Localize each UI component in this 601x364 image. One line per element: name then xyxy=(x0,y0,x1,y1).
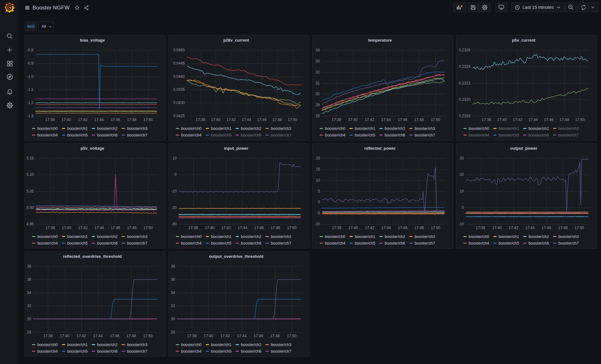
svg-text:36: 36 xyxy=(171,277,175,282)
svg-text:-1.0: -1.0 xyxy=(27,74,33,79)
svg-text:-30: -30 xyxy=(171,222,177,226)
svg-text:booster/ch2: booster/ch2 xyxy=(528,234,549,239)
svg-text:17:38: 17:38 xyxy=(43,334,53,338)
svg-text:booster/ch5: booster/ch5 xyxy=(355,241,375,246)
svg-text:17:38: 17:38 xyxy=(45,118,55,122)
svg-text:17:42: 17:42 xyxy=(365,118,374,122)
svg-text:booster/ch3: booster/ch3 xyxy=(415,126,435,131)
svg-text:17:48: 17:48 xyxy=(560,118,569,122)
svg-text:29: 29 xyxy=(316,103,320,107)
svg-text:0: 0 xyxy=(174,172,177,177)
svg-text:booster/ch1: booster/ch1 xyxy=(67,126,88,131)
svg-text:0: 0 xyxy=(318,200,320,204)
svg-text:0.0445: 0.0445 xyxy=(173,61,185,66)
svg-text:booster/ch3: booster/ch3 xyxy=(415,234,435,239)
svg-text:reflected_power: reflected_power xyxy=(364,146,396,151)
svg-text:p5v_voltage: p5v_voltage xyxy=(80,146,104,151)
svg-text:17:38: 17:38 xyxy=(332,226,341,230)
svg-text:17:38: 17:38 xyxy=(189,226,198,230)
svg-text:17:50: 17:50 xyxy=(575,118,585,122)
svg-text:10: 10 xyxy=(172,156,177,160)
svg-text:17:44: 17:44 xyxy=(94,226,104,230)
svg-text:booster/ch6: booster/ch6 xyxy=(97,349,118,354)
svg-text:booster/ch3: booster/ch3 xyxy=(127,126,148,131)
svg-text:booster/ch0: booster/ch0 xyxy=(38,126,58,131)
svg-text:-1.2: -1.2 xyxy=(27,101,33,105)
svg-text:booster/ch4: booster/ch4 xyxy=(469,133,489,137)
svg-text:17:48: 17:48 xyxy=(127,118,137,122)
svg-text:booster/ch5: booster/ch5 xyxy=(499,241,519,246)
svg-text:0.2320: 0.2320 xyxy=(459,97,470,102)
svg-text:booster/ch1: booster/ch1 xyxy=(211,234,231,239)
svg-text:-10: -10 xyxy=(458,222,464,226)
svg-text:booster/ch3: booster/ch3 xyxy=(127,343,148,347)
svg-text:5.10: 5.10 xyxy=(26,172,34,177)
svg-text:17:50: 17:50 xyxy=(431,118,440,122)
svg-text:17:46: 17:46 xyxy=(254,226,264,230)
svg-text:17:42: 17:42 xyxy=(78,118,87,122)
svg-text:booster/ch3: booster/ch3 xyxy=(271,234,291,239)
svg-text:booster/ch2: booster/ch2 xyxy=(241,343,261,347)
svg-text:17:46: 17:46 xyxy=(398,226,407,230)
svg-text:17:46: 17:46 xyxy=(110,334,119,338)
svg-text:booster/ch2: booster/ch2 xyxy=(97,343,118,347)
svg-text:17:42: 17:42 xyxy=(221,226,231,230)
svg-text:17:40: 17:40 xyxy=(348,226,358,230)
svg-text:-0.8: -0.8 xyxy=(27,48,33,52)
svg-text:17:38: 17:38 xyxy=(196,118,205,122)
svg-text:booster/ch6: booster/ch6 xyxy=(97,241,118,246)
svg-text:booster/ch3: booster/ch3 xyxy=(558,126,579,131)
svg-text:32: 32 xyxy=(27,303,32,308)
svg-text:booster/ch1: booster/ch1 xyxy=(499,126,519,131)
svg-text:booster/ch7: booster/ch7 xyxy=(271,241,291,246)
svg-text:30: 30 xyxy=(316,92,320,96)
svg-text:30: 30 xyxy=(171,317,175,321)
svg-text:17:42: 17:42 xyxy=(365,226,374,230)
svg-text:17:50: 17:50 xyxy=(431,226,440,230)
svg-text:reflected_overdrive_threshold: reflected_overdrive_threshold xyxy=(63,254,122,259)
svg-text:booster/ch7: booster/ch7 xyxy=(558,241,579,246)
svg-text:0.0430: 0.0430 xyxy=(173,101,185,105)
svg-text:booster/ch0: booster/ch0 xyxy=(181,126,202,131)
svg-text:17:48: 17:48 xyxy=(127,226,137,230)
svg-text:booster/ch6: booster/ch6 xyxy=(385,241,405,246)
svg-text:booster/ch0: booster/ch0 xyxy=(38,343,58,347)
svg-text:p28v_current: p28v_current xyxy=(223,38,249,43)
svg-text:0.2318: 0.2318 xyxy=(459,114,470,118)
svg-text:booster/ch0: booster/ch0 xyxy=(325,234,346,239)
svg-text:bias_voltage: bias_voltage xyxy=(80,38,105,43)
svg-text:17:44: 17:44 xyxy=(528,118,538,122)
svg-text:0.0425: 0.0425 xyxy=(173,114,185,118)
svg-text:28: 28 xyxy=(316,114,320,118)
svg-text:34: 34 xyxy=(27,291,32,295)
svg-text:17:44: 17:44 xyxy=(94,118,104,122)
svg-text:17:46: 17:46 xyxy=(111,118,120,122)
svg-text:booster/ch4: booster/ch4 xyxy=(38,133,58,137)
svg-text:-1.3: -1.3 xyxy=(27,114,33,118)
svg-text:booster/ch7: booster/ch7 xyxy=(415,241,435,246)
svg-text:34: 34 xyxy=(316,48,320,52)
svg-text:p5v_current: p5v_current xyxy=(512,38,536,43)
svg-text:17:44: 17:44 xyxy=(238,226,247,230)
svg-text:28: 28 xyxy=(171,330,175,334)
svg-text:-10: -10 xyxy=(315,222,320,226)
svg-text:booster/ch4: booster/ch4 xyxy=(469,241,489,246)
svg-text:input_power: input_power xyxy=(224,146,248,151)
svg-text:15: 15 xyxy=(316,167,320,171)
svg-text:0.0440: 0.0440 xyxy=(173,74,185,79)
svg-text:17:42: 17:42 xyxy=(220,334,230,338)
svg-text:17:44: 17:44 xyxy=(237,334,247,338)
svg-text:28: 28 xyxy=(27,330,32,334)
svg-text:booster/ch5: booster/ch5 xyxy=(211,133,231,137)
svg-text:5.00: 5.00 xyxy=(26,205,34,210)
svg-text:17:50: 17:50 xyxy=(143,226,153,230)
svg-text:0: 0 xyxy=(462,205,464,210)
svg-text:0.0450: 0.0450 xyxy=(173,48,185,52)
svg-text:17:40: 17:40 xyxy=(62,226,71,230)
svg-text:17:48: 17:48 xyxy=(558,226,568,230)
svg-text:booster/ch7: booster/ch7 xyxy=(127,349,148,354)
svg-text:38: 38 xyxy=(27,264,32,269)
svg-text:31: 31 xyxy=(316,81,320,85)
svg-text:booster/ch6: booster/ch6 xyxy=(528,241,549,246)
svg-text:output_power: output_power xyxy=(510,146,537,151)
